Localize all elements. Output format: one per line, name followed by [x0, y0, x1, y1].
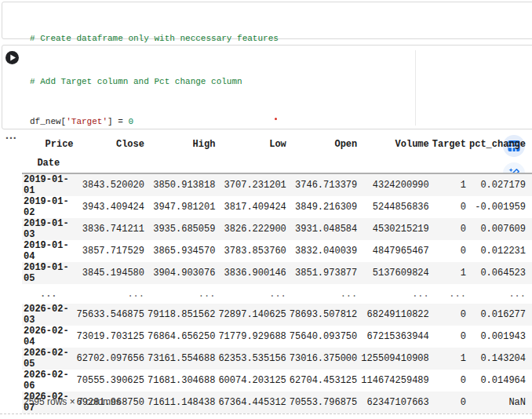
table-cell: 0.064523	[468, 262, 532, 284]
column-header: Target	[431, 135, 468, 154]
table-cell: ...	[359, 284, 431, 304]
table-row: 2019-01-053845.1945803904.9030763836.900…	[22, 262, 532, 284]
table-cell: ...	[468, 284, 532, 304]
output-collapse-indicator[interactable]: ...	[5, 129, 17, 140]
code-line[interactable]: df_new['Target'] = 0	[30, 115, 532, 129]
table-cell: 71779.929688	[217, 326, 287, 348]
table-cell: ...	[217, 284, 287, 304]
code-line[interactable]: # Create dataframe only with neccessary …	[30, 32, 532, 46]
table-row: 2026-02-0670555.39062571681.30468860074.…	[22, 370, 532, 392]
table-cell: 3851.973877	[288, 262, 359, 284]
table-cell: 3865.934570	[146, 240, 217, 262]
table-cell: 75640.093750	[288, 326, 359, 348]
row-index: 2026-02-05	[22, 348, 75, 370]
table-cell: ...	[288, 284, 359, 304]
row-index: 2019-01-05	[22, 262, 75, 284]
table-cell: 71681.304688	[146, 370, 217, 392]
table-cell: 3817.409424	[217, 196, 287, 218]
table-row: 2019-01-013843.5200203850.9138183707.231…	[22, 173, 532, 196]
table-cell: 71611.148438	[146, 392, 217, 414]
table-cell: 3707.231201	[217, 173, 287, 196]
row-index: 2026-02-06	[22, 370, 75, 392]
cell-output: ...	[0, 129, 532, 419]
table-cell: 0	[431, 240, 468, 262]
table-cell: 3931.048584	[288, 218, 359, 240]
code-line[interactable]: # Add Target column and Pct change colum…	[30, 75, 532, 89]
table-cell: 62347107663	[359, 392, 431, 414]
table-cell: 1	[431, 173, 468, 196]
column-header-row: PriceCloseHighLowOpenVolumeTargetpct_cha…	[22, 135, 532, 154]
empty-header-cell	[146, 154, 217, 173]
column-header: High	[146, 135, 217, 154]
table-cell: 5244856836	[359, 196, 431, 218]
table-cell: 1	[431, 348, 468, 370]
empty-header-cell	[288, 154, 359, 173]
code-token: ] =	[107, 117, 128, 126]
dataframe-body: 2019-01-013843.5200203850.9138183707.231…	[22, 173, 532, 414]
table-cell: 4530215219	[359, 218, 431, 240]
code-cell-2: # Add Target column and Pct change colum…	[2, 45, 532, 129]
table-cell: 3935.685059	[146, 218, 217, 240]
column-header: pct_change	[468, 135, 532, 154]
row-index: 2019-01-01	[22, 173, 75, 196]
table-cell: 3843.520020	[75, 173, 146, 196]
row-index: 2019-01-04	[22, 240, 75, 262]
table-cell: 3857.717529	[75, 240, 146, 262]
table-cell: 0.027179	[468, 173, 532, 196]
table-cell: ...	[431, 284, 468, 304]
code-token: # Add Target column and Pct change colum…	[30, 77, 242, 86]
table-cell: 62704.453125	[288, 370, 359, 392]
table-cell: 70555.390625	[75, 370, 146, 392]
empty-header-cell	[468, 154, 532, 173]
table-cell: 0	[431, 370, 468, 392]
column-header: Close	[75, 135, 146, 154]
table-row: 2026-02-0375633.54687579118.85156272897.…	[22, 304, 532, 326]
run-cell-button[interactable]	[5, 51, 19, 64]
table-cell: 72897.140625	[217, 304, 287, 326]
table-cell: 0	[431, 218, 468, 240]
table-cell: 75633.546875	[75, 304, 146, 326]
row-index: 2019-01-03	[22, 218, 75, 240]
columns-axis-name: Price	[22, 135, 75, 154]
table-cell: 73019.703125	[75, 326, 146, 348]
column-header: Open	[288, 135, 359, 154]
table-cell: 68249110822	[359, 304, 431, 326]
table-cell: 0	[431, 326, 468, 348]
table-cell: 62702.097656	[75, 348, 146, 370]
table-cell: 73016.375000	[288, 348, 359, 370]
table-cell: 3746.713379	[288, 173, 359, 196]
table-cell: 76864.656250	[146, 326, 217, 348]
play-icon	[5, 51, 19, 64]
table-cell: 4324200990	[359, 173, 431, 196]
column-header: Low	[217, 135, 287, 154]
cell-separator	[0, 414, 532, 414]
table-cell: 3836.900146	[217, 262, 287, 284]
table-cell: 3783.853760	[217, 240, 287, 262]
row-index: ...	[22, 284, 75, 304]
table-cell: 125509410908	[359, 348, 431, 370]
table-cell: 0	[431, 304, 468, 326]
table-cell: 62353.535156	[217, 348, 287, 370]
table-cell: 5137609824	[359, 262, 431, 284]
table-cell: 0	[431, 392, 468, 414]
table-cell: 60074.203125	[217, 370, 287, 392]
table-cell: 3826.222900	[217, 218, 287, 240]
code-token: # Create dataframe only with neccessary …	[30, 34, 279, 43]
table-cell: 0.007609	[468, 218, 532, 240]
table-cell: NaN	[468, 392, 532, 414]
table-cell: 114674259489	[359, 370, 431, 392]
row-count-summary: 2595 rows × 7 columns	[24, 396, 121, 407]
dataframe-header: PriceCloseHighLowOpenVolumeTargetpct_cha…	[22, 135, 532, 173]
code-token: 'Target'	[66, 117, 107, 126]
column-header: Volume	[359, 135, 431, 154]
table-cell: 79118.851562	[146, 304, 217, 326]
notebook-page: # Create dataframe only with neccessary …	[0, 0, 532, 419]
table-row: 2019-01-043857.7175293865.9345703783.853…	[22, 240, 532, 262]
table-row: 2026-02-0473019.70312576864.65625071779.…	[22, 326, 532, 348]
table-cell: 67215363944	[359, 326, 431, 348]
table-cell: 3836.741211	[75, 218, 146, 240]
table-cell: 0.143204	[468, 348, 532, 370]
table-cell: 67364.445312	[217, 392, 287, 414]
row-index: 2026-02-04	[22, 326, 75, 348]
index-name: Date	[22, 154, 75, 173]
